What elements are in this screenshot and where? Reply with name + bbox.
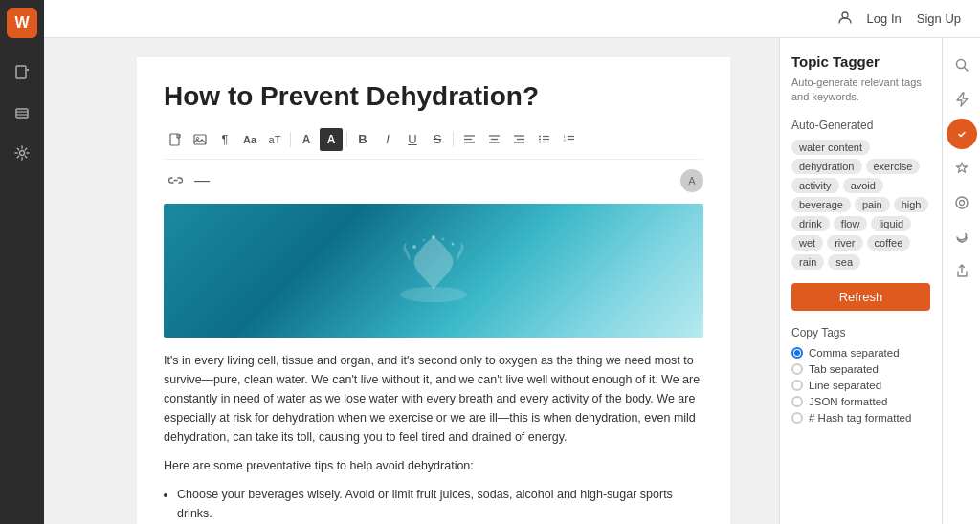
bullet-list-btn[interactable] bbox=[532, 128, 555, 151]
radio-label-4: # Hash tag formatted bbox=[809, 412, 911, 424]
svg-rect-3 bbox=[16, 109, 28, 118]
tag-item[interactable]: exercise bbox=[866, 159, 921, 174]
tag-item[interactable]: river bbox=[827, 235, 862, 251]
copy-option-3[interactable]: JSON formatted bbox=[791, 396, 930, 407]
svg-point-36 bbox=[432, 235, 435, 239]
tag-item[interactable]: pain bbox=[855, 197, 890, 212]
tag-item[interactable]: liquid bbox=[871, 216, 911, 231]
paragraph-btn[interactable]: ¶ bbox=[213, 128, 236, 151]
toolbar-divider2 bbox=[346, 132, 347, 147]
main-wrapper: How to Prevent Dehydration? ¶ Aa aT A A … bbox=[88, 38, 980, 524]
radio-label-1: Tab separated bbox=[809, 363, 879, 375]
share-panel-btn[interactable] bbox=[947, 256, 977, 287]
tag-item[interactable]: flow bbox=[834, 216, 868, 231]
toolbar-row2: — A bbox=[164, 169, 703, 192]
layers-icon[interactable] bbox=[5, 96, 39, 130]
tag-item[interactable]: rain bbox=[791, 254, 824, 270]
tag-item[interactable]: high bbox=[894, 197, 929, 212]
body-paragraph2: Here are some preventative tips to help … bbox=[164, 456, 703, 475]
svg-point-25 bbox=[539, 142, 541, 143]
svg-rect-12 bbox=[194, 135, 206, 144]
editor-card: How to Prevent Dehydration? ¶ Aa aT A A … bbox=[137, 57, 730, 524]
numbered-list-btn[interactable]: 1.2. bbox=[557, 128, 580, 151]
bullet-item-1: Choose your beverages wisely. Avoid or l… bbox=[177, 485, 703, 523]
svg-point-7 bbox=[842, 12, 848, 18]
star-panel-btn[interactable] bbox=[947, 153, 977, 184]
login-link[interactable]: Log In bbox=[867, 11, 902, 26]
icon-bar bbox=[942, 38, 980, 524]
bold-btn[interactable]: B bbox=[351, 128, 374, 151]
underline-btn[interactable]: U bbox=[401, 128, 424, 151]
copy-option-0[interactable]: Comma separated bbox=[791, 347, 930, 359]
tag-item[interactable]: drink bbox=[791, 216, 830, 231]
new-document-icon[interactable] bbox=[5, 55, 39, 90]
radio-circle-4 bbox=[791, 412, 803, 424]
author-avatar[interactable]: A bbox=[680, 169, 703, 192]
doc-icon-btn[interactable] bbox=[164, 128, 187, 151]
link-btn[interactable] bbox=[164, 169, 187, 192]
text-at-btn[interactable]: aT bbox=[263, 128, 286, 151]
topic-tagger-panel: Topic Tagger Auto-generate relevant tags… bbox=[779, 38, 942, 524]
search-panel-btn[interactable] bbox=[947, 50, 977, 80]
refresh-panel-btn[interactable] bbox=[947, 222, 977, 252]
tag-item[interactable]: wet bbox=[791, 235, 823, 251]
doc-image bbox=[164, 204, 703, 338]
copy-tags-label: Copy Tags bbox=[791, 326, 930, 339]
tag-item[interactable]: avoid bbox=[843, 178, 883, 193]
tag-item[interactable]: sea bbox=[828, 254, 860, 270]
user-icon bbox=[838, 11, 852, 27]
radio-circle-3 bbox=[791, 396, 803, 407]
auto-generated-label: Auto-Generated bbox=[791, 119, 930, 132]
doc-title[interactable]: How to Prevent Dehydration? bbox=[164, 80, 703, 113]
align-left-btn[interactable] bbox=[457, 128, 480, 151]
tag-panel-btn[interactable] bbox=[947, 119, 977, 149]
editor-area: How to Prevent Dehydration? ¶ Aa aT A A … bbox=[88, 38, 779, 524]
sidebar: W bbox=[0, 0, 44, 524]
circle-panel-btn[interactable] bbox=[947, 187, 977, 218]
align-center-btn[interactable] bbox=[482, 128, 505, 151]
refresh-button[interactable]: Refresh bbox=[791, 283, 930, 311]
radio-label-3: JSON formatted bbox=[809, 396, 887, 407]
svg-text:2.: 2. bbox=[563, 138, 566, 142]
lightning-panel-btn[interactable] bbox=[947, 84, 977, 115]
toolbar-row1: ¶ Aa aT A A B I U S bbox=[164, 128, 703, 160]
panel-description: Auto-generate relevant tags and keywords… bbox=[791, 76, 930, 105]
italic-btn[interactable]: I bbox=[376, 128, 399, 151]
svg-point-35 bbox=[452, 242, 455, 245]
radio-label-2: Line separated bbox=[809, 380, 881, 391]
panel-title: Topic Tagger bbox=[791, 54, 930, 70]
doc-body: It's in every living cell, tissue and or… bbox=[164, 351, 703, 524]
strikethrough-btn[interactable]: S bbox=[426, 128, 449, 151]
svg-point-37 bbox=[423, 239, 425, 241]
copy-option-4[interactable]: # Hash tag formatted bbox=[791, 412, 930, 424]
settings-icon[interactable] bbox=[5, 136, 39, 170]
svg-rect-8 bbox=[170, 134, 179, 145]
image-icon-btn[interactable] bbox=[189, 128, 212, 151]
svg-point-13 bbox=[196, 137, 198, 139]
copy-option-2[interactable]: Line separated bbox=[791, 380, 930, 391]
divider-btn[interactable]: — bbox=[190, 169, 213, 192]
svg-point-24 bbox=[539, 139, 541, 141]
toolbar-divider1 bbox=[290, 132, 291, 147]
svg-point-23 bbox=[539, 136, 541, 138]
app-logo[interactable]: W bbox=[7, 8, 37, 38]
radio-circle-2 bbox=[791, 380, 803, 391]
body-paragraph1: It's in every living cell, tissue and or… bbox=[164, 351, 703, 447]
svg-point-42 bbox=[956, 197, 968, 208]
svg-point-43 bbox=[959, 201, 964, 206]
text-aa-btn[interactable]: Aa bbox=[238, 128, 261, 151]
tag-item[interactable]: beverage bbox=[791, 197, 851, 212]
signup-link[interactable]: Sign Up bbox=[917, 11, 961, 26]
align-right-btn[interactable] bbox=[507, 128, 530, 151]
copy-option-1[interactable]: Tab separated bbox=[791, 363, 930, 375]
tag-item[interactable]: water content bbox=[791, 140, 870, 155]
toolbar-divider3 bbox=[453, 132, 454, 147]
tag-item[interactable]: coffee bbox=[867, 235, 911, 251]
highlight-btn[interactable]: A bbox=[320, 128, 343, 151]
top-bar: Log In Sign Up bbox=[44, 0, 980, 38]
svg-point-41 bbox=[955, 128, 968, 141]
tag-item[interactable]: dehydration bbox=[791, 159, 862, 174]
text-color-btn[interactable]: A bbox=[295, 128, 318, 151]
bullet-list: Choose your beverages wisely. Avoid or l… bbox=[177, 485, 703, 524]
tag-item[interactable]: activity bbox=[791, 178, 839, 193]
